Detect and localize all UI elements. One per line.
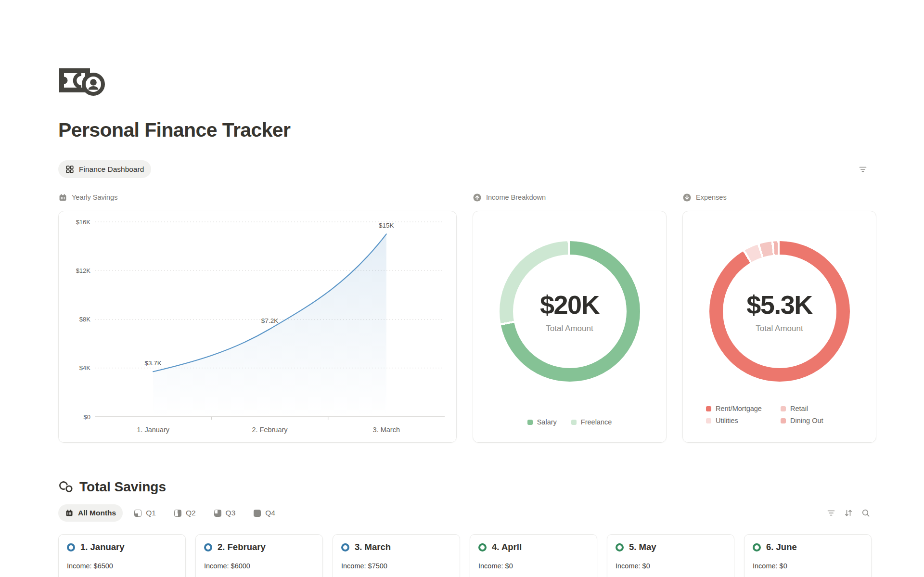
legend-label: Utilities bbox=[716, 417, 738, 424]
tab-q1[interactable]: Q1 bbox=[128, 504, 163, 522]
yearly-savings-line-chart: $0$4K$8K$12K$16K $3.7K$7.2K$15K 1. Janua… bbox=[59, 211, 456, 442]
page-logo[interactable] bbox=[58, 0, 876, 97]
income-total-caption: Total Amount bbox=[546, 324, 593, 333]
tab-label: Q2 bbox=[186, 509, 196, 517]
income-donut: $20K Total Amount bbox=[500, 241, 640, 382]
filter-icon bbox=[826, 508, 836, 518]
months-tabs-row: All Months Q1 Q2 Q3 Q4 bbox=[58, 504, 876, 522]
month-card-title: 4. April bbox=[492, 542, 522, 552]
income-total: $20K bbox=[540, 290, 599, 320]
tab-label: Q4 bbox=[265, 509, 275, 517]
line-chart-area bbox=[153, 234, 386, 417]
quarter-1-icon bbox=[134, 510, 141, 517]
search-icon bbox=[861, 508, 871, 518]
view-tab-label: Finance Dashboard bbox=[79, 165, 144, 174]
month-income: Income: $0 bbox=[753, 562, 863, 570]
circle-arrow-up-icon bbox=[473, 193, 482, 202]
x-axis-category-label: 2. February bbox=[252, 426, 288, 434]
y-axis-tick-label: $4K bbox=[79, 364, 90, 372]
dashboard-grid-icon bbox=[65, 165, 74, 174]
expenses-card: $5.3K Total Amount Rent/Mortgage Retail bbox=[682, 211, 876, 443]
chart-card-title: Yearly Savings bbox=[72, 193, 117, 201]
y-axis-tick-label: $16K bbox=[76, 218, 91, 226]
month-card-title: 1. January bbox=[80, 542, 125, 552]
legend-item: Freelance bbox=[571, 418, 612, 426]
charts-row: Yearly Savings $0$4K$8K$12K$16 bbox=[58, 192, 876, 443]
expenses-total-caption: Total Amount bbox=[756, 324, 803, 333]
month-income: Income: $6000 bbox=[204, 562, 314, 570]
search-button[interactable] bbox=[859, 506, 873, 520]
month-card-title-row: 6. June bbox=[753, 542, 863, 552]
data-point-label: $15K bbox=[379, 222, 394, 229]
yearly-savings-chart-card: $0$4K$8K$12K$16K $3.7K$7.2K$15K 1. Janua… bbox=[58, 211, 457, 443]
month-card-may[interactable]: 5. May Income: $0 bbox=[607, 534, 734, 577]
month-card-february[interactable]: 2. February Income: $6000 bbox=[195, 534, 323, 577]
tab-all-months[interactable]: All Months bbox=[58, 504, 123, 522]
month-card-title: 3. March bbox=[355, 542, 391, 552]
month-card-april[interactable]: 4. April Income: $0 bbox=[470, 534, 597, 577]
month-income: Income: $0 bbox=[616, 562, 726, 570]
status-ring-icon bbox=[341, 543, 349, 551]
x-axis-category-label: 3. March bbox=[373, 426, 400, 434]
legend-label: Salary bbox=[537, 418, 557, 426]
legend-item: Dining Out bbox=[781, 417, 823, 424]
tab-q4[interactable]: Q4 bbox=[247, 504, 282, 522]
tab-q2[interactable]: Q2 bbox=[167, 504, 203, 522]
view-tab-row: Finance Dashboard bbox=[58, 160, 876, 178]
legend-label: Retail bbox=[790, 405, 808, 412]
income-breakdown-header: Income Breakdown bbox=[473, 192, 667, 202]
month-card-title-row: 3. March bbox=[341, 542, 451, 552]
salary-swatch bbox=[527, 420, 533, 425]
retail-swatch bbox=[781, 406, 786, 411]
filter-icon bbox=[858, 165, 868, 174]
expenses-header: Expenses bbox=[682, 192, 876, 202]
finance-tracker-page: Personal Finance Tracker Finance Dashboa… bbox=[0, 0, 924, 577]
income-breakdown-column: Income Breakdown $20K Total Amount Salar… bbox=[473, 192, 667, 443]
status-ring-icon bbox=[67, 543, 75, 551]
month-card-title-row: 5. May bbox=[616, 542, 726, 552]
calendar-icon bbox=[65, 509, 74, 517]
x-axis-category-label: 1. January bbox=[137, 426, 169, 434]
legend-label: Freelance bbox=[581, 418, 612, 426]
month-card-january[interactable]: 1. January Income: $6500 bbox=[58, 534, 186, 577]
legend-item: Salary bbox=[527, 418, 557, 426]
circle-arrow-down-icon bbox=[682, 193, 692, 202]
month-card-title-row: 2. February bbox=[204, 542, 314, 552]
status-ring-icon bbox=[753, 543, 761, 551]
tab-finance-dashboard[interactable]: Finance Dashboard bbox=[58, 160, 151, 178]
month-income: Income: $0 bbox=[478, 562, 589, 570]
yearly-savings-header: Yearly Savings bbox=[58, 192, 457, 202]
tab-label: All Months bbox=[78, 509, 116, 517]
freelance-swatch bbox=[571, 420, 577, 425]
sort-button[interactable] bbox=[842, 506, 855, 520]
month-income: Income: $6500 bbox=[67, 562, 177, 570]
table-toolbar bbox=[824, 506, 873, 520]
y-axis-tick-label: $8K bbox=[79, 316, 90, 323]
legend-item: Retail bbox=[781, 405, 823, 412]
banknote-coin-icon bbox=[58, 65, 108, 97]
month-card-title: 5. May bbox=[629, 542, 656, 552]
month-card-march[interactable]: 3. March Income: $7500 bbox=[333, 534, 460, 577]
legend-label: Rent/Mortgage bbox=[716, 405, 762, 412]
chart-card-title: Income Breakdown bbox=[486, 193, 546, 201]
utilities-swatch bbox=[706, 418, 711, 423]
y-axis-tick-label: $12K bbox=[76, 267, 91, 274]
sort-icon bbox=[844, 508, 853, 518]
month-card-title-row: 1. January bbox=[67, 542, 177, 552]
chart-card-title: Expenses bbox=[696, 193, 727, 201]
tab-label: Q1 bbox=[146, 509, 156, 517]
filter-button[interactable] bbox=[824, 506, 838, 520]
expenses-total: $5.3K bbox=[746, 290, 812, 320]
income-donut-center: $20K Total Amount bbox=[500, 241, 640, 382]
tab-q3[interactable]: Q3 bbox=[207, 504, 243, 522]
expenses-donut-center: $5.3K Total Amount bbox=[709, 241, 850, 382]
month-card-title: 6. June bbox=[766, 542, 797, 552]
month-card-title: 2. February bbox=[218, 542, 266, 552]
month-card-june[interactable]: 6. June Income: $0 bbox=[744, 534, 872, 577]
status-ring-icon bbox=[204, 543, 212, 551]
legend-label: Dining Out bbox=[790, 417, 823, 424]
filter-button[interactable] bbox=[856, 163, 870, 176]
expenses-legend: Rent/Mortgage Retail Utilities Dining Ou… bbox=[706, 405, 823, 424]
expenses-donut: $5.3K Total Amount bbox=[709, 241, 850, 382]
total-savings-heading: Total Savings bbox=[58, 479, 876, 495]
